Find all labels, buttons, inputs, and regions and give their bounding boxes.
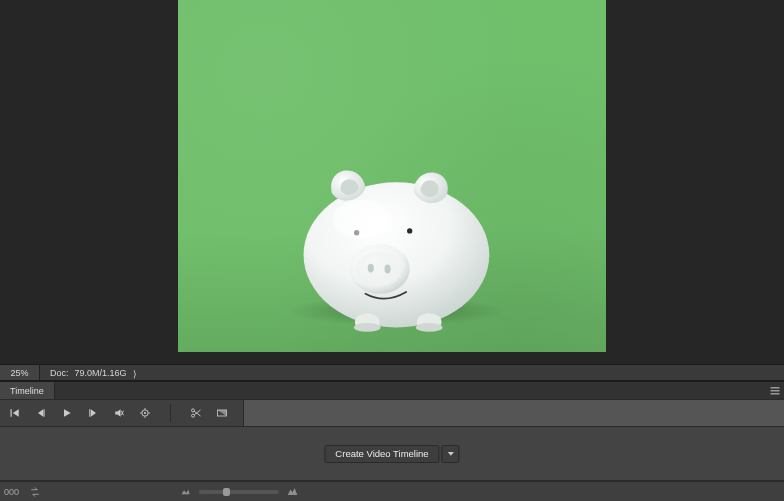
- svg-marker-16: [13, 409, 19, 417]
- svg-rect-18: [44, 409, 45, 417]
- create-video-timeline-button[interactable]: Create Video Timeline: [324, 445, 439, 463]
- svg-point-3: [368, 263, 374, 272]
- doc-more-chevron-icon[interactable]: ⟩: [133, 369, 137, 379]
- tab-timeline[interactable]: Timeline: [0, 382, 55, 399]
- zoom-field[interactable]: 25%: [0, 365, 40, 380]
- svg-marker-22: [115, 409, 120, 417]
- svg-line-34: [194, 410, 200, 415]
- piggy-bank-image: [277, 131, 507, 334]
- zoom-slider[interactable]: [199, 490, 279, 494]
- svg-point-26: [144, 412, 146, 414]
- timeline-track-header[interactable]: [243, 400, 784, 426]
- timeline-footer: 000: [0, 481, 784, 501]
- svg-rect-12: [771, 387, 780, 388]
- doc-info: Doc: 79.0M/1.16G ⟩: [40, 368, 147, 378]
- toolbar-divider: [170, 404, 171, 422]
- canvas-area: [0, 0, 784, 364]
- timeline-body: Create Video Timeline: [0, 427, 784, 481]
- svg-rect-14: [771, 393, 780, 394]
- document-canvas[interactable]: [178, 0, 606, 352]
- previous-frame-icon[interactable]: [34, 406, 48, 420]
- zoom-slider-group: [180, 486, 298, 497]
- svg-rect-20: [89, 409, 90, 417]
- svg-point-11: [333, 200, 390, 239]
- doc-label: Doc:: [50, 368, 69, 378]
- zoom-out-mountain-icon[interactable]: [180, 486, 191, 497]
- svg-point-4: [384, 264, 390, 273]
- current-frame-display[interactable]: 000: [4, 487, 19, 497]
- convert-frames-icon[interactable]: [29, 486, 41, 498]
- svg-point-6: [407, 228, 412, 233]
- play-icon[interactable]: [60, 406, 74, 420]
- transition-icon[interactable]: [215, 406, 229, 420]
- svg-point-2: [356, 251, 402, 286]
- timeline-toolbar: [0, 399, 784, 427]
- svg-marker-19: [64, 409, 71, 417]
- svg-line-33: [194, 411, 200, 416]
- tab-spacer: [55, 382, 766, 399]
- svg-marker-17: [38, 409, 43, 417]
- svg-marker-38: [181, 489, 189, 494]
- svg-marker-36: [218, 410, 227, 416]
- scissors-icon[interactable]: [189, 406, 203, 420]
- mute-icon[interactable]: [112, 406, 126, 420]
- panel-menu-icon[interactable]: [766, 382, 784, 399]
- svg-rect-15: [11, 409, 12, 417]
- svg-marker-37: [448, 452, 454, 456]
- create-video-timeline-dropdown[interactable]: [442, 445, 460, 463]
- svg-point-8: [354, 323, 381, 332]
- svg-marker-39: [288, 488, 298, 495]
- svg-marker-21: [91, 409, 96, 417]
- playback-settings-icon[interactable]: [138, 406, 152, 420]
- status-bar: 25% Doc: 79.0M/1.16G ⟩: [0, 364, 784, 381]
- first-frame-icon[interactable]: [8, 406, 22, 420]
- next-frame-icon[interactable]: [86, 406, 100, 420]
- panel-tab-strip: Timeline: [0, 381, 784, 399]
- svg-rect-13: [771, 390, 780, 391]
- zoom-in-mountain-icon[interactable]: [287, 486, 298, 497]
- svg-point-10: [416, 323, 443, 332]
- doc-value: 79.0M/1.16G: [75, 368, 127, 378]
